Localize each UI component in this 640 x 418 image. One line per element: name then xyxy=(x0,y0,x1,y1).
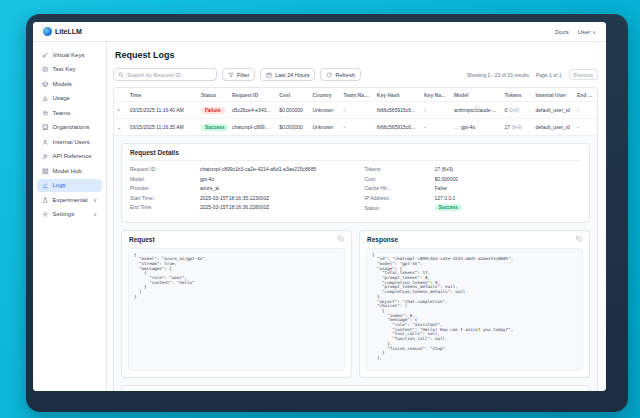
response-panel-title: Response xyxy=(367,236,398,243)
col-internal-user: Internal User xyxy=(533,88,574,102)
sidebar-item-settings[interactable]: Settings ∨ xyxy=(37,208,102,222)
request-id-value: chatcmpl-c899c1b3-ca2e-4214-a6d1-a3ae215… xyxy=(200,166,316,172)
page-indicator: Page 1 of 1 xyxy=(536,72,562,78)
screenshot-canvas: LiteLLM Docs User ∨ Virtual Keys Test K xyxy=(0,0,640,418)
response-panel: Response { "id": "chatcmpl-c899c1b3-ca2e… xyxy=(359,230,590,378)
gear-icon xyxy=(42,211,49,218)
col-key-hash: Key Hash xyxy=(374,88,421,102)
sidebar-item-virtual-keys[interactable]: Virtual Keys xyxy=(37,48,102,62)
sidebar-item-logs[interactable]: Logs xyxy=(37,179,102,193)
key-icon xyxy=(42,52,49,59)
response-json: { "id": "chatcmpl-c899c1b3-ca2e-4214-a6d… xyxy=(372,253,577,361)
request-panel-title: Request xyxy=(129,236,155,243)
status-badge-failure: Failure xyxy=(201,107,225,114)
table-header-row: Time Status Request ID Cost Country Team… xyxy=(114,88,597,102)
col-country: Country xyxy=(309,88,340,102)
response-code-block: { "id": "chatcmpl-c899c1b3-ca2e-4214-a6d… xyxy=(366,248,583,371)
col-cost: Cost xyxy=(276,88,309,102)
col-model: Model xyxy=(451,88,502,102)
user-icon xyxy=(42,139,49,146)
litellm-logo-icon xyxy=(43,27,52,36)
model-value: gpt-4o xyxy=(200,176,214,182)
status-badge-success: Success xyxy=(201,124,228,131)
end-time-value: 2025-03-15T18:16:36.228000Z xyxy=(200,204,269,210)
copy-icon xyxy=(338,236,344,242)
expanded-log-detail: Request Details Request ID:chatcmpl-c899… xyxy=(114,135,597,391)
ip-address-value: 127.0.0.1 xyxy=(435,195,456,201)
sidebar-item-experimental[interactable]: Experimental ∨ xyxy=(37,193,102,207)
request-code-block: { "model": "azure_ai/gpt-4o", "stream": … xyxy=(128,248,345,371)
provider-value: azure_ai xyxy=(200,185,219,191)
main-content: Request Logs Filter Last 24 Hours xyxy=(107,42,606,391)
chevron-down-icon: ∨ xyxy=(592,29,596,35)
results-count: Showing 1 - 23 of 23 results xyxy=(467,72,529,78)
bar-chart-icon xyxy=(42,95,49,102)
litellm-admin-window: LiteLLM Docs User ∨ Virtual Keys Test K xyxy=(33,22,606,391)
col-team-name: Team Name xyxy=(341,88,374,102)
request-details-card: Request Details Request ID:chatcmpl-c899… xyxy=(121,143,590,223)
refresh-icon xyxy=(326,72,332,78)
brand: LiteLLM xyxy=(43,27,82,36)
col-tokens: Tokens xyxy=(501,88,532,102)
search-box xyxy=(113,68,217,81)
log-row-1[interactable]: > 03/15/2025 11:16:40 AM Failure d5c26ce… xyxy=(114,102,597,119)
sidebar-item-model-hub[interactable]: Model Hub xyxy=(37,164,102,178)
filter-icon xyxy=(228,72,234,78)
user-menu-label: User xyxy=(578,29,591,35)
start-time-value: 2025-03-15T18:16:35.123000Z xyxy=(200,195,269,201)
sidebar-item-internal-users[interactable]: Internal Users xyxy=(37,135,102,149)
sidebar-item-api-reference[interactable]: API Reference xyxy=(37,150,102,164)
top-bar: LiteLLM Docs User ∨ xyxy=(33,22,606,42)
user-menu[interactable]: User ∨ xyxy=(578,29,596,35)
col-time: Time xyxy=(127,88,198,102)
sidebar-item-teams[interactable]: Teams xyxy=(37,106,102,120)
expand-chevron-right-icon[interactable]: > xyxy=(117,107,120,113)
expand-chevron-down-icon[interactable]: ⌄ xyxy=(117,124,122,130)
flask-icon xyxy=(42,197,49,204)
docs-link[interactable]: Docs xyxy=(555,29,569,35)
request-json: { "model": "azure_ai/gpt-4o", "stream": … xyxy=(134,253,339,300)
brand-name: LiteLLM xyxy=(55,28,82,35)
col-key-name: Key Name xyxy=(421,88,451,102)
chevron-down-icon: ∨ xyxy=(93,197,97,203)
logs-table: Time Status Request ID Cost Country Team… xyxy=(114,88,597,135)
search-input[interactable] xyxy=(127,72,212,78)
chevron-down-icon: ∨ xyxy=(93,211,97,217)
copy-request-button[interactable] xyxy=(338,236,344,242)
metadata-card: Metadata xyxy=(121,385,590,392)
sidebar-item-organizations[interactable]: Organizations xyxy=(37,121,102,135)
sidebar: Virtual Keys Test Key Models Usage Teams xyxy=(33,42,107,391)
cache-hit-value: False xyxy=(435,185,447,191)
cube-icon xyxy=(42,81,49,88)
toolbar: Filter Last 24 Hours Refresh Showing 1 -… xyxy=(113,68,598,81)
col-request-id: Request ID xyxy=(229,88,276,102)
detail-status-badge: Success xyxy=(435,204,462,211)
search-icon xyxy=(118,72,124,78)
users-icon xyxy=(42,110,49,117)
sidebar-item-test-key[interactable]: Test Key xyxy=(37,63,102,77)
play-circle-icon xyxy=(42,66,49,73)
col-end-user: End User xyxy=(574,88,597,102)
sidebar-item-models[interactable]: Models xyxy=(37,77,102,91)
mapped-model-arrow-icon: ← xyxy=(454,124,459,130)
line-chart-icon xyxy=(42,182,49,189)
filter-button[interactable]: Filter xyxy=(222,68,255,81)
grid-icon xyxy=(42,168,49,175)
log-row-2-expanded[interactable]: ⌄ 03/15/2025 11:16:35 AM Success chatcmp… xyxy=(114,119,597,136)
wrench-icon xyxy=(42,153,49,160)
request-panel: Request { "model": "azure_ai/gpt-4o", "s… xyxy=(121,230,352,378)
copy-response-button[interactable] xyxy=(576,236,582,242)
sidebar-item-usage[interactable]: Usage xyxy=(37,92,102,106)
tokens-value: 17 (8+9) xyxy=(435,166,454,172)
cost-value: $0.000000 xyxy=(435,176,459,182)
refresh-button[interactable]: Refresh xyxy=(320,68,360,81)
calendar-icon xyxy=(266,72,272,78)
previous-page-button[interactable]: Previous xyxy=(569,69,598,80)
building-icon xyxy=(42,124,49,131)
page-title: Request Logs xyxy=(115,50,598,60)
logs-table-card: Time Status Request ID Cost Country Team… xyxy=(113,87,598,391)
time-range-button[interactable]: Last 24 Hours xyxy=(260,68,315,81)
request-details-title: Request Details xyxy=(130,149,581,161)
copy-icon xyxy=(576,236,582,242)
col-status: Status xyxy=(198,88,229,102)
